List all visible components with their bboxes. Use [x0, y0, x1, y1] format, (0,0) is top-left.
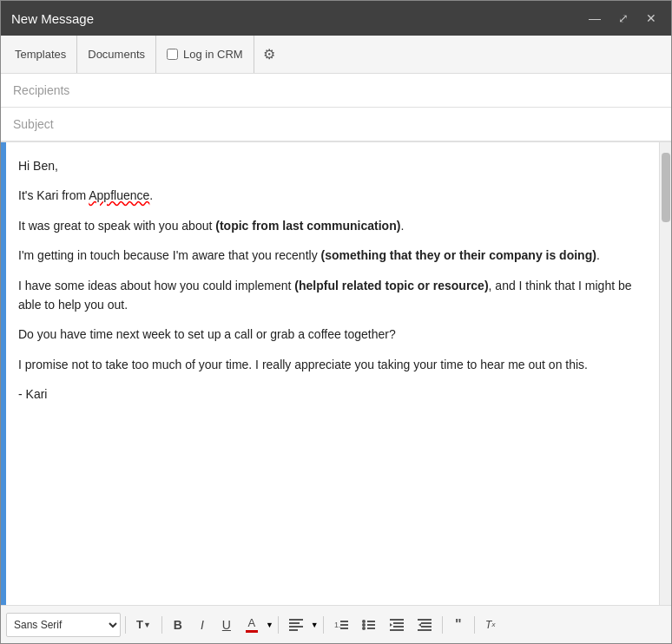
underline-button[interactable]: U [215, 613, 238, 637]
body-line-4: I'm getting in touch because I'm aware t… [18, 246, 647, 265]
align-chevron[interactable]: ▼ [311, 621, 319, 629]
body-area: Hi Ben, It's Kari from Appfluence. It wa… [1, 142, 671, 605]
indent-button[interactable] [384, 613, 410, 637]
divider-2 [161, 616, 162, 634]
svg-rect-21 [421, 626, 432, 628]
clear-formatting-button[interactable]: Tx [479, 613, 502, 637]
font-color-button[interactable]: A [240, 613, 264, 637]
outdent-icon [418, 619, 432, 631]
svg-rect-22 [418, 629, 432, 631]
divider-4 [323, 616, 324, 634]
subject-field [1, 108, 671, 142]
recipients-field [1, 74, 671, 108]
svg-rect-3 [289, 629, 298, 631]
svg-point-10 [362, 627, 366, 630]
bullet-list-button[interactable] [356, 613, 382, 637]
svg-rect-7 [340, 628, 348, 629]
maximize-button[interactable]: ⤢ [614, 10, 633, 26]
svg-point-9 [362, 623, 366, 627]
title-bar-left: New Message [11, 11, 94, 26]
topic-placeholder: (topic from last communication) [215, 219, 400, 233]
body-line-6: Do you have time next week to set up a c… [18, 325, 647, 344]
clear-formatting-sub: x [491, 621, 495, 628]
svg-rect-5 [340, 621, 348, 622]
svg-rect-12 [367, 624, 375, 626]
color-bar [246, 630, 258, 633]
svg-rect-15 [393, 622, 404, 624]
title-bar: New Message — ⤢ ✕ [1, 1, 671, 36]
svg-rect-2 [289, 626, 303, 628]
align-icon [289, 619, 303, 631]
svg-rect-11 [367, 621, 375, 622]
svg-rect-17 [390, 629, 404, 631]
svg-rect-19 [418, 619, 432, 621]
secondary-toolbar: Templates Documents Log in CRM ⚙ [1, 36, 671, 74]
body-line-5: I have some ideas about how you could im… [18, 276, 647, 315]
recipients-input[interactable] [13, 83, 659, 97]
svg-rect-6 [340, 624, 348, 626]
title-bar-controls: — ⤢ ✕ [584, 10, 661, 26]
window-title: New Message [11, 11, 94, 26]
body-line-8: - Kari [18, 384, 647, 404]
body-line-3: It was great to speak with you about (to… [18, 216, 647, 235]
divider-1 [125, 616, 126, 634]
templates-tab[interactable]: Templates [8, 36, 77, 73]
formatting-toolbar: Sans Serif Arial Times New Roman T ▼ B I… [1, 605, 671, 643]
minimize-button[interactable]: — [584, 10, 605, 26]
email-body[interactable]: Hi Ben, It's Kari from Appfluence. It wa… [6, 142, 659, 605]
log-crm-label: Log in CRM [183, 48, 243, 61]
font-size-chevron: ▼ [143, 621, 151, 629]
align-button[interactable] [283, 613, 309, 637]
settings-button[interactable]: ⚙ [254, 36, 284, 73]
svg-rect-20 [421, 622, 432, 624]
something-placeholder: (something that they or their company is… [321, 248, 596, 262]
body-line-1: Hi Ben, [18, 156, 647, 175]
font-size-icon: T [136, 618, 143, 631]
appfluence-text: Appfluence [89, 188, 149, 202]
font-family-select[interactable]: Sans Serif Arial Times New Roman [6, 613, 121, 637]
indent-icon [390, 619, 404, 631]
body-line-7: I promise not to take too much of your t… [18, 355, 647, 374]
log-crm-checkbox[interactable] [167, 49, 178, 60]
font-color-letter: A [248, 616, 256, 629]
scrollbar-thumb[interactable] [662, 153, 670, 222]
color-chevron[interactable]: ▼ [266, 621, 273, 629]
svg-marker-23 [418, 623, 421, 627]
body-line-2: It's Kari from Appfluence. [18, 186, 647, 205]
gear-icon: ⚙ [263, 46, 275, 62]
helpful-placeholder: (helpful related topic or resource) [294, 279, 488, 292]
scrollbar[interactable] [659, 142, 671, 605]
svg-rect-0 [289, 619, 303, 621]
bullet-list-icon [362, 619, 376, 631]
svg-marker-18 [390, 623, 392, 627]
divider-5 [442, 616, 443, 634]
outdent-button[interactable] [412, 613, 438, 637]
subject-input[interactable] [13, 117, 659, 131]
svg-point-8 [362, 620, 366, 623]
svg-text:1.: 1. [334, 621, 341, 629]
svg-rect-13 [367, 628, 375, 629]
compose-window: New Message — ⤢ ✕ Templates Documents Lo… [0, 0, 672, 644]
documents-tab[interactable]: Documents [77, 36, 156, 73]
svg-rect-16 [393, 626, 404, 628]
bold-button[interactable]: B [167, 613, 189, 637]
svg-rect-14 [390, 619, 404, 621]
close-button[interactable]: ✕ [642, 10, 661, 26]
font-size-button[interactable]: T ▼ [130, 613, 157, 637]
blockquote-button[interactable]: " [447, 613, 470, 637]
numbered-list-button[interactable]: 1. [328, 613, 354, 637]
italic-button[interactable]: I [191, 613, 214, 637]
divider-3 [278, 616, 279, 634]
divider-6 [474, 616, 475, 634]
numbered-list-icon: 1. [334, 619, 348, 631]
svg-rect-1 [289, 622, 300, 624]
log-crm-container[interactable]: Log in CRM [156, 36, 254, 73]
